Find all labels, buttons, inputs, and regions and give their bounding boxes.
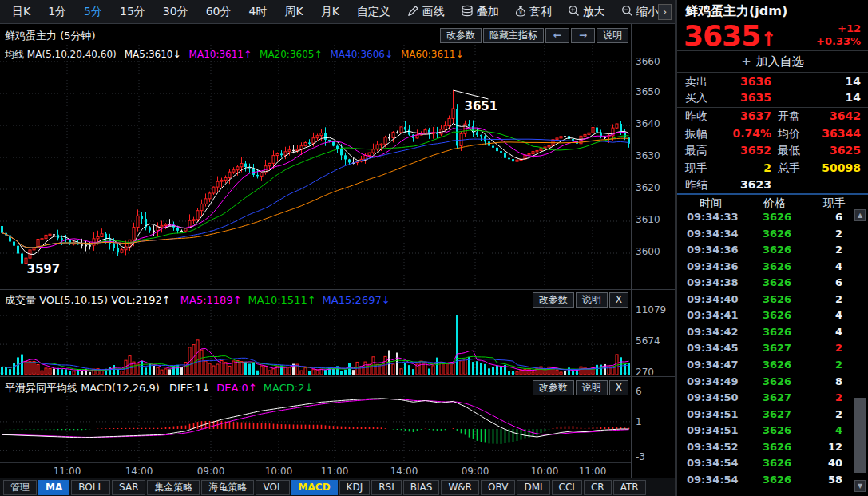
vol-btn-说明[interactable]: 说明 [576, 292, 608, 308]
tape-row[interactable]: 09:34:5136264 [677, 424, 854, 440]
candle-body-up [101, 234, 103, 237]
stat-row: 最高3652最低3625 [677, 144, 868, 161]
period-tab-月K[interactable]: 月K [312, 5, 348, 19]
tape-row[interactable]: 09:34:3636264 [677, 260, 854, 276]
tape-row[interactable]: 09:34:4736262 [677, 359, 854, 375]
vol-bar-down [1, 367, 3, 375]
tab-MA[interactable]: MA [38, 480, 69, 495]
tape-row[interactable]: 09:34:54362640 [677, 457, 854, 473]
candle-body-down [348, 159, 351, 162]
scroll-up-button[interactable]: ▲ [854, 209, 866, 221]
tape-row[interactable]: 09:34:4036262 [677, 293, 854, 309]
main-btn-改参数[interactable]: 改参数 [440, 28, 482, 43]
tab-VOL[interactable]: VOL [256, 480, 289, 495]
candle-body-up [137, 216, 139, 227]
period-tab-周K[interactable]: 周K [275, 5, 311, 19]
vol-bar-down [81, 371, 83, 375]
prev-indicator-button[interactable]: ← [545, 28, 569, 43]
candle-body-up [560, 137, 562, 138]
macd-btn-改参数[interactable]: 改参数 [533, 380, 574, 395]
period-tab-30分[interactable]: 30分 [154, 5, 197, 19]
next-indicator-button[interactable]: → [571, 28, 595, 43]
vol-bar-down [113, 365, 115, 375]
price-tick-3630: 3630 [636, 150, 660, 161]
tab-CR[interactable]: CR [584, 480, 612, 495]
tape-row[interactable]: 09:34:5036272 [677, 391, 854, 407]
candle-body-down [180, 231, 183, 232]
tape-row[interactable]: 09:34:3436262 [677, 228, 854, 244]
tape-row[interactable]: 09:34:4536272 [677, 342, 854, 358]
tape-row[interactable]: 09:34:3336266 [677, 211, 854, 227]
tape-row[interactable]: 09:34:5136272 [677, 408, 854, 424]
period-tab-1分[interactable]: 1分 [39, 5, 75, 19]
scroll-thumb[interactable] [854, 398, 866, 473]
period-tab-自定义[interactable]: 自定义 [348, 5, 399, 19]
candle-body-up [616, 124, 618, 128]
tab-OBV[interactable]: OBV [481, 480, 516, 495]
macd-btn-说明[interactable]: 说明 [576, 380, 608, 395]
candle-body-down [85, 245, 87, 247]
period-tab-60分[interactable]: 60分 [197, 5, 240, 19]
vol-btn-改参数[interactable]: 改参数 [533, 292, 574, 308]
macd-chart[interactable] [0, 396, 631, 462]
vol-bar-up [392, 364, 394, 375]
tool-放大[interactable]: 放大 [560, 5, 613, 19]
tab-海龟策略[interactable]: 海龟策略 [201, 480, 254, 495]
period-tab-15分[interactable]: 15分 [111, 5, 154, 19]
axis-divider [631, 24, 632, 478]
tab-BIAS[interactable]: BIAS [403, 480, 440, 495]
candlestick-chart[interactable]: 36513597 [0, 45, 631, 286]
tab-W&R[interactable]: W&R [441, 480, 479, 495]
main-btn-隐藏主指标[interactable]: 隐藏主指标 [483, 28, 544, 43]
tape-row[interactable]: 09:34:3636262 [677, 244, 854, 260]
bid-qty: 14 [846, 91, 861, 104]
vol-bar-up [260, 366, 263, 375]
macd-btn-X[interactable]: X [609, 380, 628, 395]
tape-row[interactable]: 09:34:4936268 [677, 375, 854, 391]
vol-bar-down [153, 366, 155, 375]
tab-DMI[interactable]: DMI [517, 480, 549, 495]
vol-bar-down [280, 365, 283, 375]
tape-qty: 6 [835, 211, 842, 223]
vol-bar-down [69, 371, 71, 375]
vol-bar-up [264, 367, 267, 375]
tape-row[interactable]: 09:34:54362658 [677, 474, 854, 490]
tool-画线[interactable]: 画线 [399, 5, 453, 19]
change-value: +12 [816, 22, 861, 35]
vol-bar-up [228, 366, 231, 375]
toolbar-expand-button[interactable]: › [658, 4, 672, 20]
tape-row[interactable]: 09:34:52362612 [677, 441, 854, 457]
period-tab-日K[interactable]: 日K [3, 5, 39, 19]
period-tab-4时[interactable]: 4时 [240, 5, 276, 19]
candle-body-down [280, 153, 283, 155]
tab-KDJ[interactable]: KDJ [339, 480, 371, 495]
candle-body-down [324, 133, 327, 140]
tab-CCI[interactable]: CCI [552, 480, 582, 495]
tool-叠加[interactable]: 叠加 [453, 5, 507, 19]
tab-集金策略[interactable]: 集金策略 [147, 480, 200, 495]
tape-row[interactable]: 09:34:3836266 [677, 276, 854, 292]
candle-body-down [113, 244, 115, 248]
tool-套利[interactable]: ¥套利 [507, 5, 560, 19]
candle-body-up [592, 128, 594, 133]
vol-bar-down [141, 361, 143, 375]
tab-管理[interactable]: 管理 [3, 480, 37, 495]
candle-body-up [272, 156, 275, 164]
tab-RSI[interactable]: RSI [371, 480, 402, 495]
tab-SAR[interactable]: SAR [112, 480, 145, 495]
tab-BOLL[interactable]: BOLL [71, 480, 110, 495]
period-tab-5分[interactable]: 5分 [75, 5, 111, 19]
vol-btn-X[interactable]: X [609, 292, 628, 308]
tape-scrollbar[interactable]: ▲ ▼ [854, 209, 866, 494]
main-btn-说明[interactable]: 说明 [597, 28, 628, 43]
scroll-down-button[interactable]: ▼ [854, 480, 866, 492]
tape-row[interactable]: 09:34:4136264 [677, 309, 854, 325]
tab-MACD[interactable]: MACD [291, 480, 338, 495]
candle-body-down [500, 151, 502, 153]
vol-bar-up [444, 363, 446, 375]
tab-ATR[interactable]: ATR [613, 480, 646, 495]
add-watchlist-button[interactable]: +加入自选 [677, 51, 868, 72]
tape-row[interactable]: 09:34:4236264 [677, 326, 854, 342]
vol-bar-down [65, 369, 67, 375]
volume-chart[interactable] [0, 307, 631, 375]
